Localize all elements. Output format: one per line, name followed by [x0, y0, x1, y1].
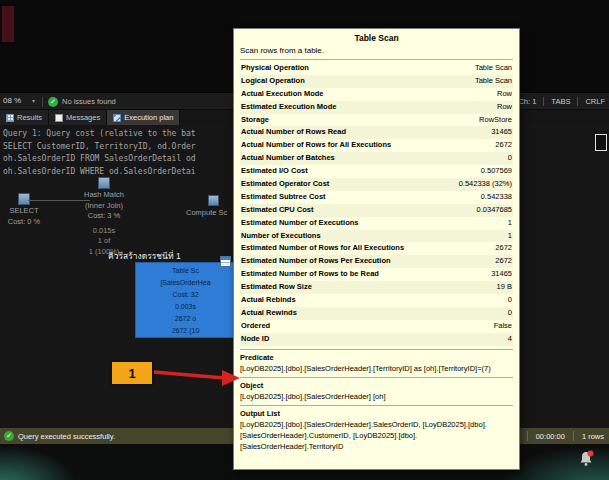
tooltip-section-text: [LoyDB2025].[dbo].[SalesOrderHeader] [oh…	[240, 391, 513, 402]
tooltip-row-value: 0	[508, 152, 512, 165]
messages-icon	[55, 114, 63, 122]
select-operator-icon	[18, 193, 30, 205]
chevron-down-icon[interactable]: ▾	[32, 97, 35, 104]
table-scan-operator-icon	[220, 256, 231, 267]
status-separator	[577, 97, 578, 106]
tooltip-row-label: Estimated Number of Rows to be Read	[241, 268, 379, 281]
tooltip-row-label: Actual Execution Mode	[241, 88, 324, 101]
tooltip-row-value: 1	[508, 217, 512, 230]
tooltip-row-label: Estimated Operator Cost	[241, 178, 329, 191]
tooltip-row: Number of Executions1	[240, 230, 513, 243]
tooltip-row-label: Actual Number of Rows Read	[241, 126, 346, 139]
tab-results[interactable]: Results	[0, 110, 49, 125]
tooltip-row-value: Table Scan	[475, 75, 512, 88]
hash-match-cost: Cost: 3 %	[88, 211, 121, 221]
tooltip-row: Estimated I/O Cost0.507569	[240, 165, 513, 178]
tooltip-row-label: Actual Number of Rows for All Executions	[241, 139, 391, 152]
tooltip-row: Physical OperationTable Scan	[240, 62, 513, 75]
tooltip-row-label: Estimated I/O Cost	[241, 165, 308, 178]
tooltip-section-label: Output List	[240, 408, 513, 419]
tooltip-row: Actual Number of Rows for All Executions…	[240, 139, 513, 152]
tab-execution-plan[interactable]: Execution plan	[107, 110, 180, 125]
issues-status-label[interactable]: No issues found	[62, 97, 116, 106]
tooltip-section-label: Predicate	[240, 352, 513, 363]
plan-node-table-scan[interactable]: Table Sc[SalesOrderHeaCost: 320.003s2672…	[135, 262, 236, 338]
tooltip-row-label: Estimated Number of Rows for All Executi…	[241, 242, 404, 255]
tooltip-row-label: Actual Number of Batches	[241, 152, 335, 165]
hash-match-rows1: 1 of	[98, 236, 111, 246]
status-separator	[573, 431, 574, 441]
tooltip-row-label: Actual Rebinds	[241, 294, 296, 307]
status-separator	[527, 431, 528, 441]
tooltip-row-label: Node ID	[241, 333, 269, 346]
tooltip-divider	[240, 59, 513, 60]
tooltip-row-value: 0	[508, 307, 512, 320]
tooltip-row: Estimated Row Size19 B	[240, 281, 513, 294]
tab-label: Results	[17, 113, 42, 122]
tooltip-row-value: 0.542338	[481, 191, 512, 204]
hash-match-operator-icon	[98, 177, 110, 189]
tooltip-row-label: Logical Operation	[241, 75, 305, 88]
table-scan-node-line: 2672 (10	[136, 325, 235, 337]
tooltip-row-value: 0.0347685	[477, 204, 512, 217]
hash-match-op: (Inner Join)	[85, 201, 123, 211]
hash-match-title: Hash Match	[84, 190, 124, 200]
tooltip-section-text: [LoyDB2025].[dbo].[SalesOrderHeader].Sal…	[240, 419, 513, 452]
callout-step-box: 1	[110, 360, 154, 386]
plan-node-select[interactable]: SELECT Cost: 0 %	[0, 193, 48, 226]
plan-header-text: Query 1: Query cost (relative to the bat…	[3, 128, 196, 178]
tooltip-row: Actual Execution ModeRow	[240, 88, 513, 101]
hash-match-time: 0.015s	[93, 226, 116, 236]
notification-bell-icon[interactable]	[577, 450, 595, 468]
tooltip-row: Actual Rebinds0	[240, 294, 513, 307]
tab-label: Execution plan	[124, 113, 173, 122]
tooltip-sections: Predicate[LoyDB2025].[dbo].[SalesOrderHe…	[240, 349, 513, 452]
tooltip-row: Actual Rewinds0	[240, 307, 513, 320]
tooltip-section-label: Object	[240, 380, 513, 391]
zoom-level-control[interactable]: 08 %	[3, 96, 21, 105]
toolbar-separator	[42, 97, 43, 107]
tooltip-row-value: 19 B	[497, 281, 512, 294]
tooltip-rows: Physical OperationTable ScanLogical Oper…	[240, 62, 513, 346]
issues-check-icon[interactable]: ✓	[48, 97, 58, 107]
tooltip-description: Scan rows from a table.	[240, 45, 513, 57]
tooltip-row-label: Estimated Row Size	[241, 281, 312, 294]
scrollbar-marker[interactable]	[595, 134, 607, 151]
tooltip-row-value: 31465	[491, 268, 512, 281]
tooltip-section-output-list: Output List[LoyDB2025].[dbo].[SalesOrder…	[240, 405, 513, 452]
plan-node-compute-scalar[interactable]: Compute Sc	[186, 208, 227, 217]
tooltip-row: StorageRowStore	[240, 114, 513, 127]
tooltip-row-label: Storage	[241, 114, 269, 127]
plan-header-line: oh.SalesOrderID FROM SalesOrderDetail od	[3, 153, 196, 166]
plan-node-hash-match[interactable]: Hash Match (Inner Join) Cost: 3 % 0.015s…	[68, 177, 140, 256]
tooltip-row-label: Actual Rewinds	[241, 307, 297, 320]
tooltip-row-value: 0.507569	[481, 165, 512, 178]
tooltip-row-value: 1	[508, 230, 512, 243]
tab-messages[interactable]: Messages	[49, 110, 107, 125]
window-fragment	[2, 6, 14, 42]
tooltip-row: Estimated Operator Cost0.542338 (32%)	[240, 178, 513, 191]
tooltip-row-label: Estimated Subtree Cost	[241, 191, 326, 204]
tooltip-section-text: [LoyDB2025].[dbo].[SalesOrderHeader].[Te…	[240, 363, 513, 374]
row-count: 1 rows	[582, 432, 604, 441]
thai-annotation: คิวรีสร้างดรรชนีที่ 1	[108, 249, 181, 263]
tooltip-row: Actual Number of Rows Read31465	[240, 126, 513, 139]
tooltip-row-value: 2672	[495, 255, 512, 268]
tooltip-row-label: Estimated CPU Cost	[241, 204, 314, 217]
tooltip-row: Estimated Number of Rows Per Execution26…	[240, 255, 513, 268]
tooltip-row-label: Estimated Execution Mode	[241, 101, 336, 114]
tooltip-row: Estimated Number of Executions1	[240, 217, 513, 230]
tooltip-row-value: 4	[508, 333, 512, 346]
tooltip-row: Estimated Number of Rows to be Read31465	[240, 268, 513, 281]
table-scan-node-lines: Table Sc[SalesOrderHeaCost: 320.003s2672…	[136, 265, 235, 337]
status-separator	[543, 97, 544, 106]
ssms-window: 08 % ▾ ✓ No issues found Ch: 1 TABS CRLF…	[0, 0, 609, 480]
success-check-icon: ✓	[4, 431, 14, 441]
tooltip-row-label: Estimated Number of Executions	[241, 217, 359, 230]
status-eol-indicator: CRLF	[585, 97, 605, 106]
status-message: Query executed successfully.	[18, 432, 115, 441]
tooltip-row-label: Number of Executions	[241, 230, 321, 243]
editor-status-group: Ch: 1 TABS CRLF	[518, 97, 605, 106]
tab-label: Messages	[66, 113, 100, 122]
table-scan-node-line: 0.003s	[136, 301, 235, 313]
